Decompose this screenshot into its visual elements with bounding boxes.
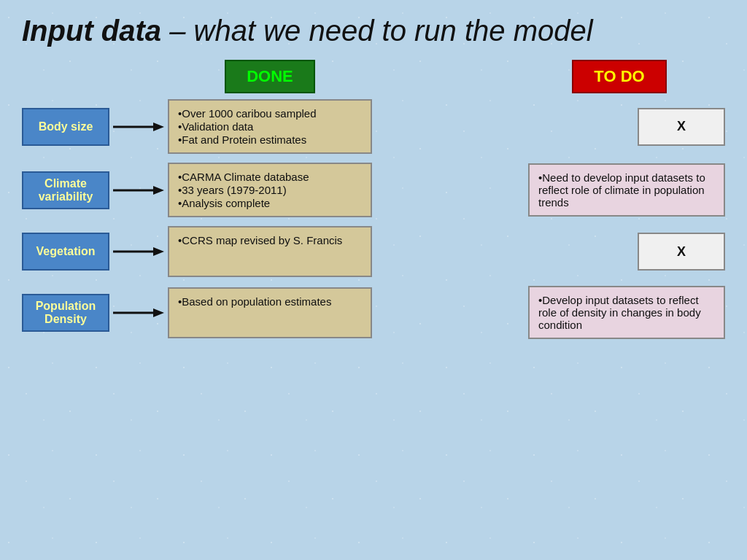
- label-body-size: Body size: [22, 108, 109, 146]
- done-content-body-size: •Over 1000 caribou sampled •Validation d…: [168, 99, 372, 154]
- arrow-vegetation: [109, 244, 168, 259]
- svg-marker-3: [153, 186, 164, 195]
- done-line-3: •Analysis complete: [178, 197, 362, 209]
- table-row: Climate variability •CARMA Climate datab…: [22, 163, 725, 217]
- svg-marker-7: [153, 308, 164, 317]
- done-line-1: •Over 1000 caribou sampled: [178, 107, 362, 120]
- svg-marker-1: [153, 122, 164, 131]
- done-content-climate: •CARMA Climate database •33 years (1979-…: [168, 163, 372, 217]
- arrow-icon: [113, 120, 164, 134]
- arrow-icon: [113, 306, 164, 320]
- todo-text-climate: •Need to develop input datasets to refle…: [528, 163, 725, 217]
- arrow-icon: [113, 183, 164, 198]
- todo-x-vegetation: X: [638, 233, 725, 271]
- label-population-density: Population Density: [22, 294, 109, 332]
- page-title: Input data – what we need to run the mod…: [22, 15, 725, 47]
- todo-section-body-size: X: [372, 108, 725, 146]
- slide: Input data – what we need to run the mod…: [0, 0, 747, 560]
- svg-marker-5: [153, 247, 164, 256]
- todo-badge: TO DO: [572, 60, 666, 93]
- done-line-3: •Fat and Protein estimates: [178, 133, 362, 146]
- done-badge: DONE: [225, 60, 315, 93]
- done-line-2: •Validation data: [178, 120, 362, 133]
- done-content-population-density: •Based on population estimates: [168, 287, 372, 338]
- arrow-population-density: [109, 306, 168, 320]
- todo-text-population-density: •Develop input datasets to reflect role …: [528, 286, 725, 339]
- label-climate: Climate variability: [22, 171, 109, 209]
- arrow-icon: [113, 244, 164, 259]
- title-bold: Input data: [22, 15, 161, 47]
- todo-section-population-density: •Develop input datasets to reflect role …: [372, 286, 725, 339]
- arrow-climate: [109, 183, 168, 198]
- todo-x-body-size: X: [638, 108, 725, 146]
- todo-section-climate: •Need to develop input datasets to refle…: [372, 163, 725, 217]
- column-headers: DONE TO DO: [22, 60, 725, 93]
- arrow-body-size: [109, 120, 168, 134]
- content-grid: Body size •Over 1000 caribou sampled •Va…: [22, 99, 725, 339]
- table-row: Body size •Over 1000 caribou sampled •Va…: [22, 99, 725, 154]
- done-line-1: •Based on population estimates: [178, 295, 362, 308]
- done-line-2: •33 years (1979-2011): [178, 184, 362, 196]
- done-line-1: •CARMA Climate database: [178, 171, 362, 183]
- table-row: Population Density •Based on population …: [22, 286, 725, 339]
- done-column-header: DONE: [168, 60, 372, 93]
- todo-line-1: •Develop input datasets to reflect role …: [538, 294, 715, 331]
- done-content-vegetation: •CCRS map revised by S. Francis: [168, 226, 372, 277]
- label-vegetation: Vegetation: [22, 233, 109, 271]
- title-rest: – what we need to run the model: [161, 15, 592, 47]
- todo-section-vegetation: X: [372, 233, 725, 271]
- todo-line-1: •Need to develop input datasets to refle…: [538, 171, 715, 209]
- done-line-1: •CCRS map revised by S. Francis: [178, 234, 362, 246]
- table-row: Vegetation •CCRS map revised by S. Franc…: [22, 226, 725, 277]
- todo-column-header: TO DO: [521, 60, 718, 93]
